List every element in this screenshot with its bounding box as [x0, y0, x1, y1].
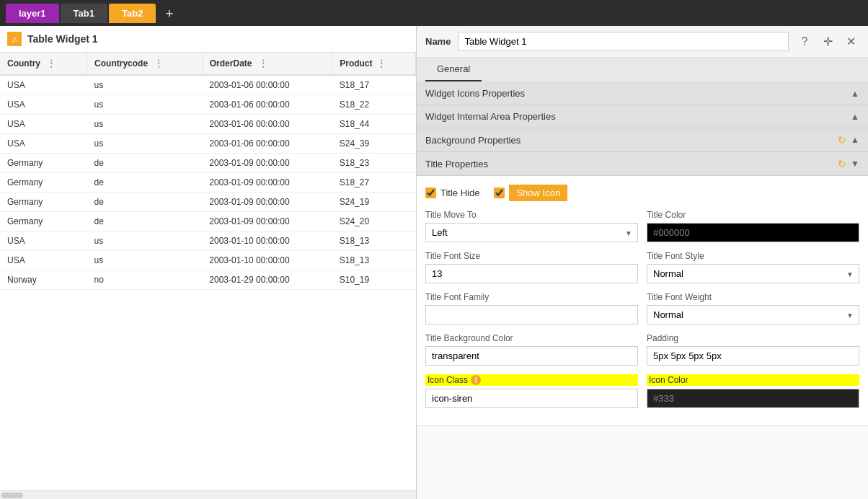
row-bg-color-padding: Title Background Color Padding — [425, 333, 859, 366]
tab-tab2[interactable]: Tab2 — [109, 4, 156, 23]
show-icon-checkbox[interactable] — [494, 187, 505, 198]
font-style-wrapper: Normal Italic Oblique — [647, 264, 859, 283]
title-hide-checkbox-item: Title Hide — [425, 187, 479, 198]
col-icon-class: Icon Class i — [425, 374, 638, 408]
row-font-size-style: Title Font Size Title Font Style Normal … — [425, 251, 859, 283]
table-cell: S18_22 — [332, 95, 416, 115]
add-tab-button[interactable]: ＋ — [157, 4, 182, 22]
col-title-move-to: Title Move To Left Center Right — [425, 210, 638, 242]
section-widget-icons-chevron[interactable]: ▲ — [851, 89, 859, 99]
table-cell: Norway — [0, 270, 87, 290]
table-cell: S18_44 — [332, 115, 416, 134]
font-size-input[interactable] — [425, 264, 638, 283]
horizontal-scrollbar[interactable] — [0, 490, 416, 499]
font-weight-select[interactable]: Normal Bold Bolder Lighter — [647, 305, 859, 324]
row-font-family-weight: Title Font Family Title Font Weight Norm… — [425, 292, 859, 324]
col-padding: Padding — [647, 333, 859, 366]
section-widget-internal-controls: ▲ — [851, 112, 859, 122]
table-cell: USA — [0, 115, 87, 134]
table-cell: S24_19 — [332, 193, 416, 212]
title-hide-checkbox[interactable] — [425, 187, 436, 198]
widget-title-bar: ⚠ Table Widget 1 — [0, 26, 416, 53]
row-move-color: Title Move To Left Center Right Title Co… — [425, 210, 859, 242]
general-tab[interactable]: General — [425, 58, 482, 81]
col-font-style: Title Font Style Normal Italic Oblique — [647, 251, 859, 283]
table-cell: S18_23 — [332, 154, 416, 173]
table-cell: 2003-01-09 00:00:00 — [202, 193, 332, 212]
icon-color-input[interactable] — [647, 389, 859, 408]
table-row: USAus2003-01-06 00:00:00S24_39 — [0, 134, 416, 154]
font-style-select[interactable]: Normal Italic Oblique — [647, 264, 859, 283]
icon-class-label: Icon Class i — [425, 374, 638, 386]
table-row: USAus2003-01-10 00:00:00S18_13 — [0, 251, 416, 270]
tab-tab1[interactable]: Tab1 — [61, 4, 107, 23]
table-cell: 2003-01-09 00:00:00 — [202, 154, 332, 173]
drag-handle-countrycode[interactable]: ⋮ — [154, 58, 163, 69]
icon-class-input[interactable] — [425, 389, 638, 408]
col-font-size: Title Font Size — [425, 251, 638, 283]
section-widget-icons-label: Widget Icons Properties — [425, 88, 525, 99]
help-icon[interactable]: ? — [796, 33, 813, 50]
title-properties-body: Title Hide Show Icon Title Move To Left — [417, 176, 868, 426]
widget-icon: ⚠ — [7, 32, 22, 46]
section-title-refresh[interactable]: ↻ — [838, 158, 846, 169]
close-icon[interactable]: ✕ — [842, 33, 859, 50]
title-move-to-select[interactable]: Left Center Right — [425, 223, 638, 242]
table-cell: Germany — [0, 154, 87, 173]
section-widget-icons[interactable]: Widget Icons Properties ▲ — [417, 82, 868, 105]
table-cell: 2003-01-09 00:00:00 — [202, 173, 332, 193]
name-input[interactable] — [458, 32, 789, 51]
table-cell: us — [87, 115, 203, 134]
move-icon[interactable]: ✛ — [819, 33, 836, 50]
props-scroll[interactable]: Widget Icons Properties ▲ Widget Interna… — [417, 82, 868, 499]
title-color-input[interactable] — [647, 223, 859, 242]
font-family-input[interactable] — [425, 305, 638, 324]
table-cell: S18_27 — [332, 173, 416, 193]
bg-color-input[interactable] — [425, 346, 638, 366]
name-label: Name — [425, 36, 451, 47]
table-cell: 2003-01-06 00:00:00 — [202, 115, 332, 134]
section-widget-internal-chevron[interactable]: ▲ — [851, 112, 859, 122]
title-move-to-wrapper: Left Center Right — [425, 223, 638, 242]
table-cell: Germany — [0, 173, 87, 193]
col-country: Country ⋮ — [0, 53, 87, 75]
padding-input[interactable] — [647, 346, 859, 366]
section-title-chevron[interactable]: ▼ — [851, 159, 859, 169]
section-background-refresh[interactable]: ↻ — [838, 134, 846, 146]
table-row: Norwayno2003-01-29 00:00:00S10_19 — [0, 270, 416, 290]
drag-handle-country[interactable]: ⋮ — [47, 58, 56, 69]
col-icon-color: Icon Color — [647, 374, 859, 408]
drag-handle-orderdate[interactable]: ⋮ — [259, 58, 267, 69]
table-row: USAus2003-01-10 00:00:00S18_13 — [0, 231, 416, 251]
section-title[interactable]: Title Properties ↻ ▼ — [417, 152, 868, 176]
col-bg-color: Title Background Color — [425, 333, 638, 366]
data-table: Country ⋮ Countrycode ⋮ OrderDate ⋮ Prod… — [0, 53, 416, 290]
section-widget-internal[interactable]: Widget Internal Area Properties ▲ — [417, 105, 868, 128]
table-row: USAus2003-01-06 00:00:00S18_17 — [0, 75, 416, 95]
left-panel: ⚠ Table Widget 1 Country ⋮ Countrycode ⋮… — [0, 26, 417, 499]
section-background[interactable]: Background Properties ↻ ▲ — [417, 128, 868, 152]
col-title-color: Title Color — [647, 210, 859, 242]
title-hide-label: Title Hide — [440, 187, 479, 198]
title-move-to-label: Title Move To — [425, 210, 638, 220]
table-cell: de — [87, 212, 203, 231]
drag-handle-product[interactable]: ⋮ — [377, 58, 386, 69]
show-icon-button[interactable]: Show Icon — [509, 185, 567, 201]
section-background-chevron[interactable]: ▲ — [851, 135, 859, 145]
table-cell: de — [87, 173, 203, 193]
col-font-family: Title Font Family — [425, 292, 638, 324]
tab-layer1[interactable]: layer1 — [6, 4, 59, 23]
table-cell: 2003-01-10 00:00:00 — [202, 251, 332, 270]
table-scroll[interactable]: Country ⋮ Countrycode ⋮ OrderDate ⋮ Prod… — [0, 53, 416, 490]
table-cell: USA — [0, 75, 87, 95]
padding-label: Padding — [647, 333, 859, 343]
title-color-label: Title Color — [647, 210, 859, 220]
table-cell: S18_13 — [332, 231, 416, 251]
icon-class-info[interactable]: i — [471, 375, 481, 385]
font-weight-label: Title Font Weight — [647, 292, 859, 302]
table-cell: 2003-01-06 00:00:00 — [202, 95, 332, 115]
scrollbar-thumb[interactable] — [1, 493, 23, 498]
table-cell: 2003-01-09 00:00:00 — [202, 212, 332, 231]
table-row: Germanyde2003-01-09 00:00:00S18_23 — [0, 154, 416, 173]
font-style-label: Title Font Style — [647, 251, 859, 261]
